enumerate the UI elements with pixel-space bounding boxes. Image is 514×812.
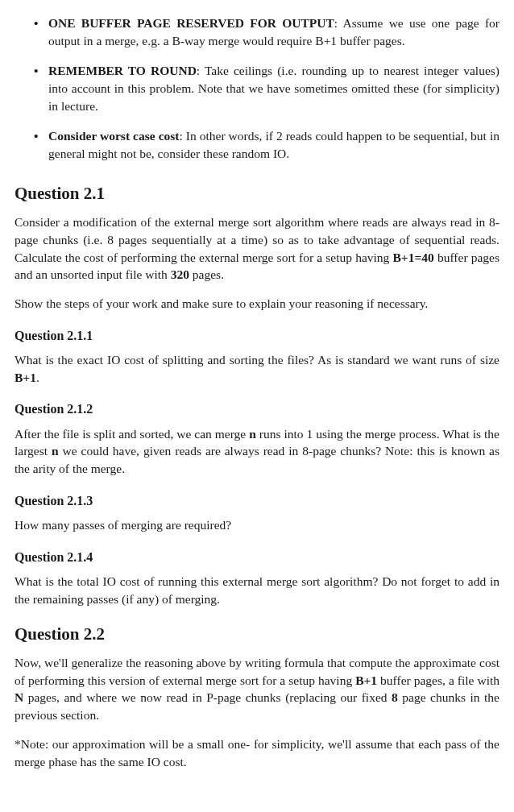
question-2-1-1-heading: Question 2.1.1 <box>15 327 499 345</box>
question-2-2-note: *Note: our approximation will be a small… <box>15 735 499 770</box>
text-span: we could have, given reads are always re… <box>15 444 499 475</box>
bold-value: 8 <box>392 690 398 704</box>
text-span: pages, and where we now read in P-page c… <box>23 690 392 704</box>
bullet-bold: Consider worst case cost <box>48 129 179 143</box>
bullet-bold: REMEMBER TO ROUND <box>48 64 197 77</box>
question-2-1-3-text: How many passes of merging are required? <box>15 516 499 534</box>
question-2-2-heading: Question 2.2 <box>15 623 499 646</box>
question-2-2-paragraph-1: Now, we'll generalize the reasoning abov… <box>15 654 499 724</box>
text-span: After the file is split and sorted, we c… <box>15 427 249 441</box>
bold-value: B+1 <box>355 673 377 687</box>
question-2-1-paragraph-1: Consider a modification of the external … <box>15 213 499 284</box>
bold-value: n <box>249 427 256 441</box>
bold-value: n <box>52 444 59 458</box>
bold-value: B+1=40 <box>393 251 434 264</box>
question-2-1-heading: Question 2.1 <box>15 182 499 205</box>
text-span: buffer pages, a file with <box>377 673 499 687</box>
question-2-1-2-heading: Question 2.1.2 <box>15 400 499 418</box>
text-span: pages. <box>189 267 224 281</box>
bold-value: N <box>15 690 23 704</box>
bullet-item: ONE BUFFER PAGE RESERVED FOR OUTPUT: Ass… <box>48 14 499 49</box>
bold-value: 320 <box>171 267 189 281</box>
bullet-item: REMEMBER TO ROUND: Take ceilings (i.e. r… <box>48 62 499 114</box>
question-2-1-4-text: What is the total IO cost of running thi… <box>15 573 499 607</box>
bold-value: B+1 <box>15 371 36 384</box>
bullet-item: Consider worst case cost: In other words… <box>48 127 499 162</box>
question-2-1-3-heading: Question 2.1.3 <box>15 492 499 510</box>
question-2-1-paragraph-2: Show the steps of your work and make sur… <box>15 295 499 313</box>
question-2-1-4-heading: Question 2.1.4 <box>15 549 499 566</box>
question-2-1-2-text: After the file is split and sorted, we c… <box>15 425 499 478</box>
bullet-bold: ONE BUFFER PAGE RESERVED FOR OUTPUT <box>48 16 334 30</box>
assumptions-list: ONE BUFFER PAGE RESERVED FOR OUTPUT: Ass… <box>15 14 499 163</box>
question-2-1-1-text: What is the exact IO cost of splitting a… <box>15 351 499 386</box>
text-span: . <box>36 371 39 384</box>
text-span: What is the exact IO cost of splitting a… <box>15 353 499 367</box>
